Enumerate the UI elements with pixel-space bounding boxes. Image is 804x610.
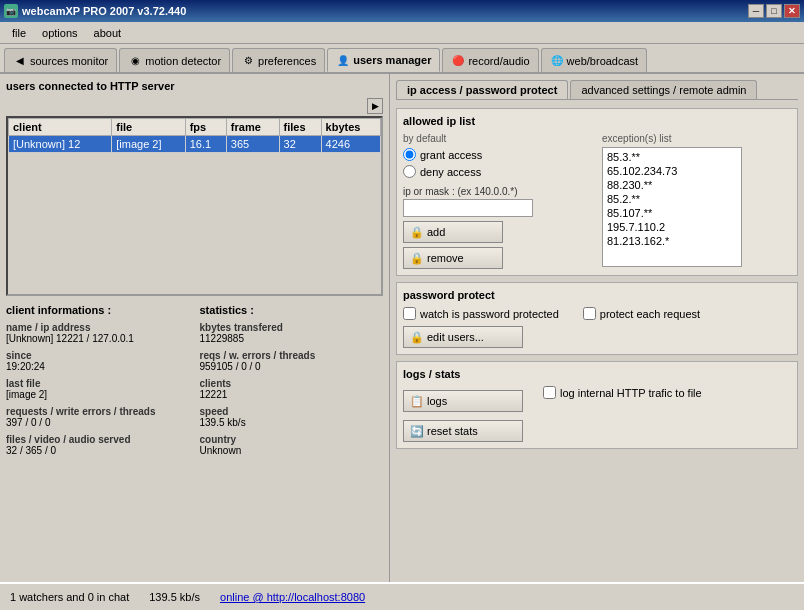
tab-users-label: users manager <box>353 54 431 66</box>
watch-password-label: watch is password protected <box>420 308 559 320</box>
col-files: files <box>279 119 321 136</box>
deny-label: deny access <box>420 166 481 178</box>
tab-sources[interactable]: ◀ sources monitor <box>4 48 117 72</box>
logs-button[interactable]: 📋 logs <box>403 390 523 412</box>
exception-item[interactable]: 85.3.** <box>605 150 739 164</box>
watch-password-row: watch is password protected protect each… <box>403 307 791 320</box>
col-frame: frame <box>226 119 279 136</box>
exceptions-list[interactable]: 85.3.** 65.102.234.73 88.230.** 85.2.** … <box>602 147 742 267</box>
info-section: client informations : name / ip address … <box>6 304 383 456</box>
online-link[interactable]: online @ http://localhost:8080 <box>220 591 365 603</box>
tab-preferences-label: preferences <box>258 55 316 67</box>
speed-text: 139.5 kb/s <box>149 591 200 603</box>
menu-about[interactable]: about <box>86 25 130 41</box>
left-panel-title: users connected to HTTP server <box>6 80 383 92</box>
edit-users-label: edit users... <box>427 331 484 343</box>
reset-label: reset stats <box>427 425 478 437</box>
country-value: Unknown <box>200 445 384 456</box>
sub-tab-ip-access[interactable]: ip access / password protect <box>396 80 568 99</box>
minimize-button[interactable]: ─ <box>748 4 764 18</box>
kbytes-label: kbytes transfered <box>200 322 384 333</box>
cell-kbytes: 4246 <box>321 136 380 153</box>
left-panel: users connected to HTTP server ▶ client … <box>0 74 390 582</box>
exception-item[interactable]: 85.2.** <box>605 192 739 206</box>
last-file-label: last file <box>6 378 190 389</box>
title-bar: 📷 webcamXP PRO 2007 v3.72.440 ─ □ ✕ <box>0 0 804 22</box>
reqs-value: 959105 / 0 / 0 <box>200 361 384 372</box>
exception-item[interactable]: 65.102.234.73 <box>605 164 739 178</box>
grant-radio[interactable] <box>403 148 416 161</box>
remove-label: remove <box>427 252 464 264</box>
password-section: password protect watch is password prote… <box>396 282 798 355</box>
speed-value: 139.5 kb/s <box>200 417 384 428</box>
grant-label: grant access <box>420 149 482 161</box>
log-internal-label: log internal HTTP trafic to file <box>560 387 702 399</box>
sub-tab-advanced[interactable]: advanced settings / remote admin <box>570 80 757 99</box>
ip-mask-input[interactable] <box>403 199 533 217</box>
requests-label: requests / write errors / threads <box>6 406 190 417</box>
log-internal-checkbox[interactable] <box>543 386 556 399</box>
scroll-right-button[interactable]: ▶ <box>367 98 383 114</box>
tab-users[interactable]: 👤 users manager <box>327 48 440 72</box>
col-client: client <box>9 119 112 136</box>
client-info-title: client informations : <box>6 304 190 316</box>
clients-table: client file fps frame files kbytes [Unkn… <box>8 118 381 153</box>
tab-web-label: web/broadcast <box>567 55 639 67</box>
name-value: [Unknown] 12221 / 127.0.0.1 <box>6 333 190 344</box>
edit-users-icon: 🔒 <box>410 331 424 344</box>
menu-file[interactable]: file <box>4 25 34 41</box>
col-fps: fps <box>185 119 226 136</box>
tab-preferences[interactable]: ⚙ preferences <box>232 48 325 72</box>
watch-password-checkbox[interactable] <box>403 307 416 320</box>
since-label: since <box>6 350 190 361</box>
speed-label: speed <box>200 406 384 417</box>
tab-record[interactable]: 🔴 record/audio <box>442 48 538 72</box>
deny-radio[interactable] <box>403 165 416 178</box>
clients-value: 12221 <box>200 389 384 400</box>
add-label: add <box>427 226 445 238</box>
reset-icon: 🔄 <box>410 425 424 438</box>
protect-request-label: protect each request <box>600 308 700 320</box>
logs-buttons: 📋 logs 🔄 reset stats <box>403 386 523 442</box>
remove-icon: 🔒 <box>410 252 424 265</box>
remove-button[interactable]: 🔒 remove <box>403 247 503 269</box>
stats-col: statistics : kbytes transfered 11229885 … <box>200 304 384 456</box>
logs-icon: 📋 <box>410 395 424 408</box>
table-row[interactable]: [Unknown] 12 [image 2] 16.1 365 32 4246 <box>9 136 381 153</box>
ip-right-col: exception(s) list 85.3.** 65.102.234.73 … <box>602 133 791 269</box>
maximize-button[interactable]: □ <box>766 4 782 18</box>
logs-title: logs / stats <box>403 368 791 380</box>
log-options: log internal HTTP trafic to file <box>543 386 702 399</box>
grant-access-option[interactable]: grant access <box>403 148 592 161</box>
toolbar: ◀ sources monitor ◉ motion detector ⚙ pr… <box>0 44 804 74</box>
client-info-col: client informations : name / ip address … <box>6 304 190 456</box>
exception-item[interactable]: 85.107.** <box>605 206 739 220</box>
stats-title: statistics : <box>200 304 384 316</box>
cell-frame: 365 <box>226 136 279 153</box>
sources-icon: ◀ <box>13 54 27 68</box>
tab-web[interactable]: 🌐 web/broadcast <box>541 48 648 72</box>
protect-request-checkbox[interactable] <box>583 307 596 320</box>
by-default-label: by default <box>403 133 592 144</box>
exception-item[interactable]: 195.7.110.2 <box>605 220 739 234</box>
deny-access-option[interactable]: deny access <box>403 165 592 178</box>
edit-users-button[interactable]: 🔒 edit users... <box>403 326 523 348</box>
exception-item[interactable]: 81.213.162.* <box>605 234 739 248</box>
ip-left-col: by default grant access deny access ip o… <box>403 133 592 269</box>
status-bar: 1 watchers and 0 in chat 139.5 kb/s onli… <box>0 582 804 610</box>
tab-motion[interactable]: ◉ motion detector <box>119 48 230 72</box>
col-file: file <box>112 119 185 136</box>
name-label: name / ip address <box>6 322 190 333</box>
reset-stats-button[interactable]: 🔄 reset stats <box>403 420 523 442</box>
since-value: 19:20:24 <box>6 361 190 372</box>
ip-access-content: by default grant access deny access ip o… <box>403 133 791 269</box>
close-button[interactable]: ✕ <box>784 4 800 18</box>
password-title: password protect <box>403 289 791 301</box>
exception-item[interactable]: 88.230.** <box>605 178 739 192</box>
cell-client: [Unknown] 12 <box>9 136 112 153</box>
add-button[interactable]: 🔒 add <box>403 221 503 243</box>
sub-tabs: ip access / password protect advanced se… <box>396 80 798 100</box>
menu-options[interactable]: options <box>34 25 85 41</box>
cell-fps: 16.1 <box>185 136 226 153</box>
tab-record-label: record/audio <box>468 55 529 67</box>
